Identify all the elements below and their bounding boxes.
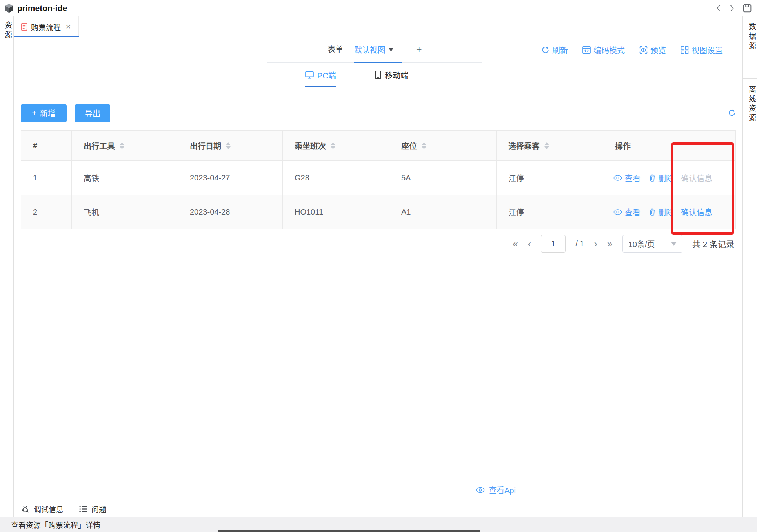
debug-info-button[interactable]: 调试信息 — [21, 504, 64, 514]
view-settings-label: 视图设置 — [691, 44, 723, 56]
column-label: 座位 — [401, 140, 417, 151]
export-button-label: 导出 — [85, 107, 100, 119]
document-icon — [21, 23, 27, 31]
column-label: 乘坐班次 — [295, 140, 326, 151]
tab-label: 购票流程 — [31, 22, 61, 32]
eye-icon — [613, 209, 622, 215]
problems-button[interactable]: 问题 — [79, 504, 106, 514]
column-header-index: # — [21, 131, 72, 161]
pagination: « ‹ / 1 › » 10条/页 共 2 条记录 — [513, 235, 734, 253]
code-mode-label: 编码模式 — [593, 44, 625, 56]
phone-icon — [375, 71, 381, 79]
delete-link[interactable]: 删除 — [649, 172, 674, 184]
cell-date: 2023-04-27 — [178, 161, 283, 195]
rail-item-resources[interactable]: 资源 — [2, 21, 13, 40]
app-window: primeton-ide 资源 数据源 离线资源 — [0, 0, 757, 532]
export-button[interactable]: 导出 — [75, 104, 110, 122]
tab-ticket-flow[interactable]: 购票流程 ✕ — [14, 16, 79, 37]
title-bar: primeton-ide — [0, 0, 757, 16]
page-size-select[interactable]: 10条/页 — [622, 235, 682, 253]
nav-back-icon[interactable] — [716, 4, 721, 12]
eye-icon — [476, 487, 485, 493]
preview-button[interactable]: 预览 — [639, 44, 666, 56]
add-button[interactable]: + 新增 — [21, 104, 67, 122]
column-header-tool[interactable]: 出行工具 — [72, 131, 178, 161]
sort-icon — [422, 142, 426, 149]
rail-item-offline-resources[interactable]: 离线资源 — [746, 86, 757, 123]
cell-passenger: 江停 — [497, 195, 603, 229]
table-header-row: # 出行工具 出行日期 乘坐班次 座位 选择乘客 — [21, 131, 736, 161]
bottom-panel: 调试信息 问题 — [14, 501, 742, 517]
column-label: 出行工具 — [84, 140, 115, 151]
table-refresh-button[interactable] — [728, 109, 736, 117]
cell-operations: 查看 删除 — [603, 161, 671, 195]
sort-icon — [226, 142, 231, 149]
confirm-info-link[interactable]: 确认信息 — [681, 206, 712, 218]
add-view-button[interactable]: + — [416, 37, 422, 62]
code-mode-button[interactable]: 编码模式 — [582, 44, 625, 56]
close-icon[interactable]: ✕ — [66, 23, 71, 31]
column-header-train-no[interactable]: 乘坐班次 — [283, 131, 389, 161]
eye-icon — [613, 175, 622, 181]
refresh-label: 刷新 — [552, 44, 568, 56]
rail-divider — [743, 78, 757, 79]
tab-mobile-label: 移动端 — [385, 69, 408, 81]
table-row: 1 高铁 2023-04-27 G28 5A 江停 查看 — [21, 161, 736, 195]
view-api-label: 查看Api — [489, 484, 516, 496]
editor-tab-bar: 购票流程 ✕ — [14, 16, 742, 37]
refresh-button[interactable]: 刷新 — [541, 44, 568, 56]
rail-item-datasource[interactable]: 数据源 — [746, 23, 757, 51]
preview-label: 预览 — [650, 44, 666, 56]
chevron-down-icon — [389, 48, 393, 51]
total-records: 共 2 条记录 — [692, 238, 734, 250]
last-page-icon[interactable]: » — [607, 235, 613, 253]
page-input[interactable] — [541, 235, 566, 253]
view-settings-button[interactable]: 视图设置 — [681, 44, 723, 56]
plus-icon: + — [32, 109, 36, 118]
cell-operations: 查看 删除 — [603, 195, 671, 229]
refresh-icon — [541, 46, 550, 54]
cell-tool: 高铁 — [72, 161, 178, 195]
horizontal-scrollbar[interactable] — [218, 530, 480, 532]
first-page-icon[interactable]: « — [513, 235, 518, 253]
column-header-passenger[interactable]: 选择乘客 — [497, 131, 603, 161]
view-link-label: 查看 — [625, 172, 641, 184]
records-table: # 出行工具 出行日期 乘坐班次 座位 选择乘客 — [21, 130, 736, 229]
prev-page-icon[interactable]: ‹ — [528, 235, 531, 253]
trash-icon — [649, 174, 655, 182]
tab-default-view[interactable]: 默认视图 — [354, 37, 393, 62]
left-rail: 资源 — [0, 16, 14, 517]
tab-form[interactable]: 表单 — [328, 37, 343, 62]
debug-info-label: 调试信息 — [34, 504, 64, 514]
column-header-operations: 操作 — [603, 131, 671, 161]
cell-tool: 飞机 — [72, 195, 178, 229]
save-icon[interactable] — [743, 4, 752, 13]
cell-train-no: HO1011 — [283, 195, 389, 229]
view-link[interactable]: 查看 — [613, 172, 641, 184]
view-tabs: 表单 默认视图 + — [267, 37, 482, 63]
cell-index: 2 — [21, 195, 72, 229]
view-api-link[interactable]: 查看Api — [476, 484, 516, 496]
cell-index: 1 — [21, 161, 72, 195]
tab-pc-label: PC端 — [317, 69, 336, 81]
refresh-icon — [728, 109, 736, 117]
view-link[interactable]: 查看 — [613, 206, 641, 218]
column-header-date[interactable]: 出行日期 — [178, 131, 283, 161]
cell-seat: A1 — [389, 195, 497, 229]
app-title: primeton-ide — [17, 4, 67, 13]
view-toolbar: 刷新 编码模式 预览 — [541, 37, 723, 63]
next-page-icon[interactable]: › — [594, 235, 597, 253]
tab-default-view-label: 默认视图 — [354, 44, 386, 55]
right-rail: 数据源 离线资源 — [742, 16, 757, 517]
tab-pc[interactable]: PC端 — [305, 63, 336, 87]
view-link-label: 查看 — [625, 206, 641, 218]
cell-date: 2023-04-28 — [178, 195, 283, 229]
nav-forward-icon[interactable] — [730, 4, 734, 12]
add-button-label: 新增 — [40, 107, 56, 119]
cell-train-no: G28 — [283, 161, 389, 195]
delete-link[interactable]: 删除 — [649, 206, 674, 218]
column-header-seat[interactable]: 座位 — [389, 131, 497, 161]
sort-icon — [544, 142, 549, 149]
cell-confirm: 确认信息 — [671, 195, 736, 229]
tab-mobile[interactable]: 移动端 — [375, 63, 408, 87]
